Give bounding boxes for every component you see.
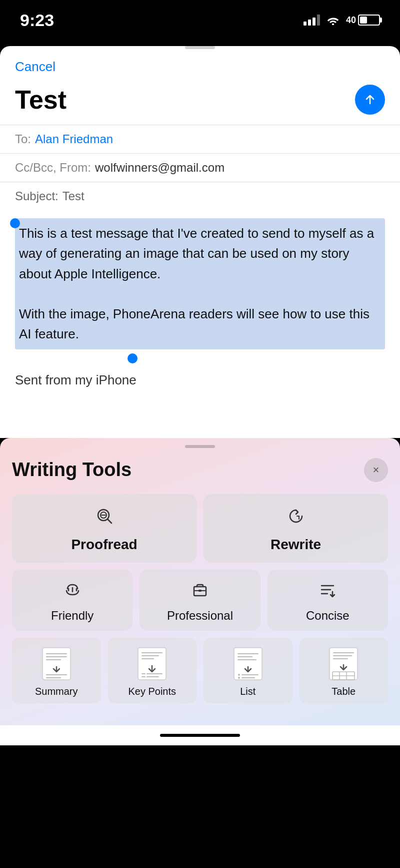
concise-button[interactable]: Concise <box>268 570 388 631</box>
bottom-bar <box>0 725 400 745</box>
wt-handle <box>185 445 215 448</box>
rewrite-button[interactable]: Rewrite <box>204 494 388 563</box>
list-icon <box>232 646 264 682</box>
email-compose-sheet: Cancel Test To: Alan Friedman Cc/Bcc, Fr… <box>0 46 400 438</box>
signal-icon <box>304 15 320 26</box>
to-field[interactable]: To: Alan Friedman <box>0 125 400 153</box>
to-value: Alan Friedman <box>35 132 113 146</box>
concise-label: Concise <box>306 609 350 623</box>
professional-icon <box>190 580 210 604</box>
professional-button[interactable]: Professional <box>140 570 260 631</box>
email-header: Cancel <box>0 49 400 80</box>
email-body-spacer <box>0 408 400 438</box>
key-points-label: Key Points <box>128 686 176 697</box>
wt-row-3: Summary Key Points <box>12 638 388 703</box>
rewrite-label: Rewrite <box>270 537 321 553</box>
proofread-icon <box>94 506 114 531</box>
status-bar: 9:23 40 <box>0 0 400 40</box>
wt-row-2: Friendly Professional <box>12 570 388 631</box>
writing-tools-sheet: Writing Tools × Proofread <box>0 438 400 725</box>
send-button[interactable] <box>355 85 385 115</box>
friendly-label: Friendly <box>51 609 94 623</box>
concise-icon <box>318 580 338 604</box>
svg-rect-6 <box>198 590 202 592</box>
subject-field[interactable]: Subject: Test <box>0 182 400 210</box>
proofread-label: Proofread <box>71 537 137 553</box>
home-indicator <box>160 734 240 737</box>
cc-bcc-field[interactable]: Cc/Bcc, From: wolfwinners@gmail.com <box>0 153 400 182</box>
list-button[interactable]: List <box>204 638 292 703</box>
summary-icon <box>40 646 72 682</box>
wt-header: Writing Tools × <box>12 458 388 482</box>
cc-bcc-value: wolfwinners@gmail.com <box>95 161 224 175</box>
svg-point-30 <box>238 677 240 679</box>
wt-row-1: Proofread Rewrite <box>12 494 388 563</box>
battery-level: 40 <box>346 15 356 26</box>
battery-icon: 40 <box>346 15 380 26</box>
key-points-icon <box>136 646 168 682</box>
wifi-icon <box>326 15 340 25</box>
status-icons: 40 <box>304 15 380 26</box>
wt-title: Writing Tools <box>12 459 132 481</box>
cancel-button[interactable]: Cancel <box>15 59 56 75</box>
svg-point-28 <box>238 674 240 676</box>
proofread-button[interactable]: Proofread <box>12 494 196 563</box>
friendly-button[interactable]: Friendly <box>12 570 132 631</box>
svg-line-2 <box>108 519 112 523</box>
subject-value: Test <box>62 189 84 203</box>
friendly-icon <box>62 580 82 604</box>
rewrite-icon <box>286 506 306 531</box>
status-time: 9:23 <box>20 11 54 30</box>
email-body-selected[interactable]: This is a test message that I've created… <box>15 218 385 349</box>
subject-label: Subject: <box>15 189 58 203</box>
email-subject-title: Test <box>15 85 66 115</box>
table-icon <box>328 646 360 682</box>
email-body-area[interactable]: This is a test message that I've created… <box>0 210 400 367</box>
send-icon <box>363 93 377 107</box>
email-title-row: Test <box>0 80 400 125</box>
table-button[interactable]: Table <box>300 638 388 703</box>
cc-bcc-label: Cc/Bcc, From: <box>15 161 91 175</box>
summary-label: Summary <box>35 686 78 697</box>
wt-close-button[interactable]: × <box>364 458 388 482</box>
table-label: Table <box>332 686 356 697</box>
summary-button[interactable]: Summary <box>12 638 101 703</box>
selection-handle-top <box>10 218 20 228</box>
key-points-button[interactable]: Key Points <box>108 638 197 703</box>
to-label: To: <box>15 132 31 146</box>
list-label: List <box>240 686 256 697</box>
professional-label: Professional <box>167 609 233 623</box>
selection-handle-bottom <box>128 353 138 363</box>
email-footer: Sent from my iPhone <box>0 367 400 408</box>
